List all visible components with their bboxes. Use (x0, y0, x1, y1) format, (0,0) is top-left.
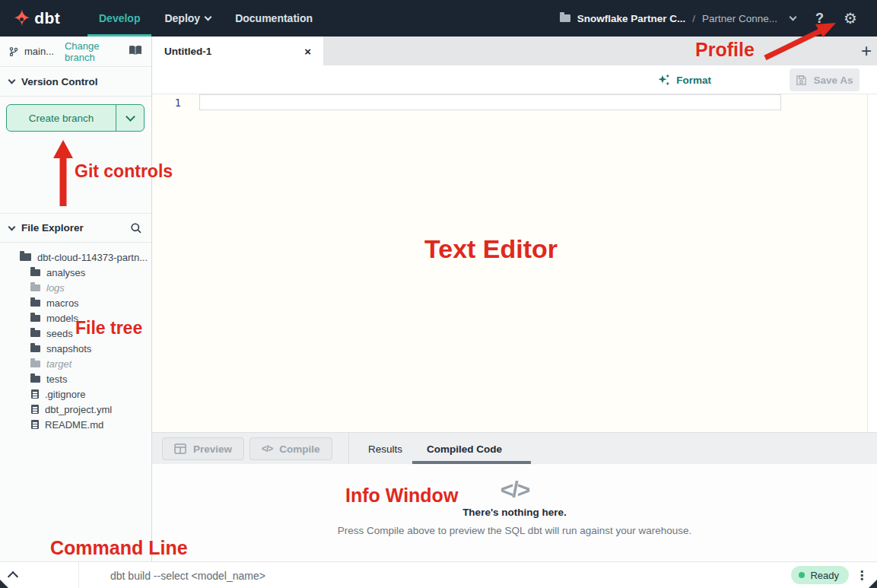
docs-book-icon[interactable] (129, 45, 142, 59)
tab-results[interactable]: Results (368, 433, 402, 465)
tab-untitled-1[interactable]: Untitled-1 × (152, 37, 323, 65)
project-breadcrumb[interactable]: Snowflake Partner C... / Partner Conne..… (560, 13, 796, 24)
version-control-title: Version Control (21, 76, 98, 87)
new-tab-button[interactable]: + (861, 37, 872, 65)
search-icon[interactable] (130, 222, 142, 234)
tree-file-dbt-project[interactable]: dbt_project.yml (0, 402, 151, 417)
kebab-menu-icon[interactable]: ⋮ (856, 568, 868, 583)
git-branch-icon (9, 46, 18, 58)
tree-folder-snapshots[interactable]: snapshots (0, 341, 151, 356)
dbt-logo[interactable]: ✦ dbt (0, 7, 85, 30)
editor-toolbar: Format Save As (152, 65, 877, 94)
nav-deploy[interactable]: Deploy (164, 0, 211, 37)
help-icon[interactable]: ? (815, 11, 824, 25)
main-area: Untitled-1 × + Format Save As 1 (152, 37, 877, 561)
branch-row: main... Change branch (0, 37, 151, 67)
annotation-git-controls: Git controls (75, 163, 173, 180)
code-icon: </> (262, 443, 272, 454)
create-branch-label: Create branch (7, 105, 116, 131)
chevron-down-icon (790, 14, 797, 21)
tab-title: Untitled-1 (164, 46, 211, 57)
dbt-logo-text: dbt (34, 9, 60, 27)
format-button[interactable]: Format (657, 65, 711, 94)
folder-open-icon (20, 253, 31, 261)
create-branch-button[interactable]: Create branch (6, 104, 145, 132)
sidebar: main... Change branch Version Control Cr… (0, 37, 152, 561)
chevron-up-icon[interactable] (8, 571, 18, 582)
folder-icon (30, 300, 40, 307)
main-nav: Develop Deploy Documentation (99, 0, 313, 37)
status-dot-icon (799, 572, 805, 578)
folder-icon (30, 361, 40, 367)
tree-file-readme[interactable]: README.md (0, 417, 151, 432)
folder-icon (30, 315, 40, 322)
format-label: Format (676, 75, 711, 86)
folder-icon (30, 330, 40, 337)
current-branch: main... (24, 46, 54, 57)
tree-folder-macros[interactable]: macros (0, 295, 151, 310)
version-control-header[interactable]: Version Control (0, 67, 151, 97)
annotation-file-tree: File tree (75, 319, 142, 337)
command-input[interactable] (110, 562, 643, 588)
tree-folder-analyses[interactable]: analyses (0, 265, 151, 280)
save-as-label: Save As (813, 75, 853, 86)
breadcrumb-connection: Partner Conne... (702, 13, 777, 24)
folder-icon (30, 269, 40, 276)
tree-folder-tests[interactable]: tests (0, 371, 151, 386)
annotation-text-editor: Text Editor (424, 236, 558, 262)
compile-label: Compile (279, 443, 319, 455)
status-badge: Ready (791, 566, 849, 584)
top-nav: ✦ dbt Develop Deploy Documentation Snowf… (0, 0, 877, 37)
nav-develop[interactable]: Develop (99, 0, 140, 37)
divider (348, 433, 349, 465)
file-explorer-header[interactable]: File Explorer (0, 213, 151, 243)
file-icon (31, 389, 39, 399)
dbt-logo-icon: ✦ (12, 7, 31, 30)
annotation-command-line: Command Line (50, 539, 188, 558)
breadcrumb-separator: / (692, 13, 695, 24)
breadcrumb-project: Snowflake Partner C... (577, 13, 686, 24)
annotation-profile: Profile (695, 40, 755, 59)
save-as-button[interactable]: Save As (790, 68, 860, 91)
resize-handle-right[interactable] (869, 580, 877, 588)
editor-scrollbar[interactable] (867, 94, 877, 432)
nav-documentation[interactable]: Documentation (235, 0, 313, 37)
folder-icon (30, 284, 40, 291)
close-icon[interactable]: × (304, 46, 311, 57)
preview-label: Preview (193, 443, 232, 455)
tree-folder-logs[interactable]: logs (0, 280, 151, 295)
chevron-down-icon (205, 14, 212, 21)
tree-root[interactable]: dbt-cloud-114373-partn... (0, 250, 151, 265)
preview-button[interactable]: Preview (162, 437, 244, 460)
file-tree: dbt-cloud-114373-partn... analyses logs … (0, 243, 151, 432)
cursor-line-highlight (199, 94, 781, 110)
gear-icon[interactable]: ⚙ (844, 11, 857, 26)
compile-button[interactable]: </> Compile (249, 437, 332, 460)
save-icon (796, 75, 807, 86)
tree-file-gitignore[interactable]: .gitignore (0, 386, 151, 402)
sparkle-icon (657, 74, 670, 87)
status-label: Ready (810, 570, 839, 581)
tree-folder-target[interactable]: target (0, 356, 151, 371)
create-branch-dropdown[interactable] (116, 105, 144, 131)
info-panel-body: </> There's nothing here. Press Compile … (152, 464, 877, 561)
empty-state-message: Press Compile above to preview the SQL d… (152, 525, 877, 536)
folder-icon (30, 376, 40, 383)
info-panel-header: Preview </> Compile Results Compiled Cod… (152, 432, 877, 464)
annotation-info-window: Info Window (345, 486, 458, 505)
resize-handle-left[interactable] (0, 580, 8, 588)
tab-compiled-code[interactable]: Compiled Code (427, 433, 502, 465)
chevron-down-icon (8, 223, 16, 230)
dbt-cloud-ide: ✦ dbt Develop Deploy Documentation Snowf… (0, 0, 877, 588)
file-icon (31, 420, 39, 429)
chevron-down-icon (8, 77, 16, 84)
chevron-down-icon (126, 112, 135, 122)
table-icon (174, 443, 186, 454)
text-editor[interactable]: 1 (152, 94, 877, 432)
folder-icon (30, 345, 40, 352)
divider (78, 562, 79, 588)
change-branch-link[interactable]: Change branch (65, 40, 122, 63)
file-explorer-title: File Explorer (21, 222, 84, 234)
file-icon (31, 405, 39, 414)
command-bar: Ready ⋮ (0, 561, 877, 588)
